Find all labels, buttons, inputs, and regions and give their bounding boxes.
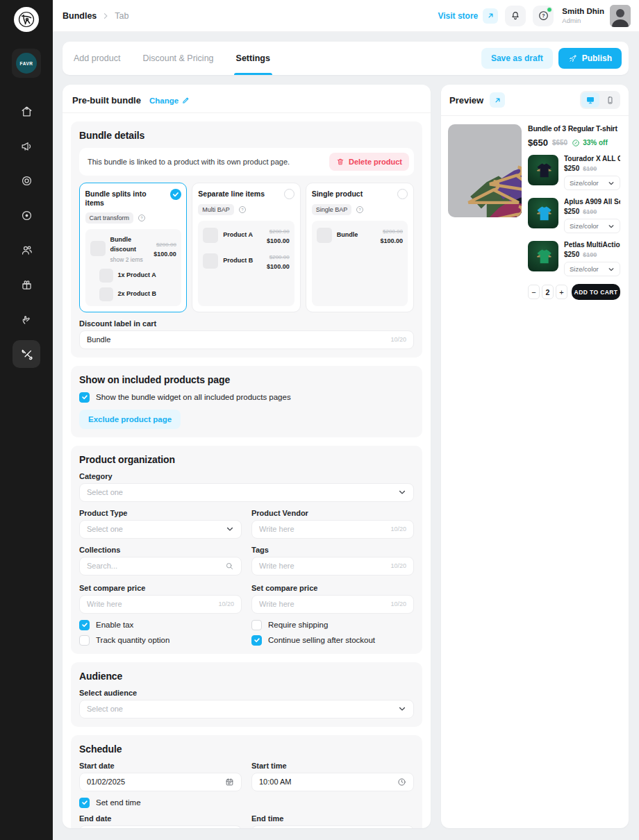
sidebar-item-support[interactable] (13, 305, 40, 333)
publish-label: Publish (582, 53, 612, 63)
row-old-price: $200.00 (383, 228, 403, 235)
product-thumb-placeholder (90, 241, 106, 256)
tags-input[interactable] (259, 562, 386, 570)
tab-settings[interactable]: Settings (225, 42, 281, 75)
radio-unselected-icon (397, 189, 408, 199)
notifications-button[interactable] (505, 6, 526, 26)
audience-value: Select one (87, 705, 394, 713)
quantity-minus-button[interactable]: − (528, 285, 540, 299)
discount-label: 33% off (583, 139, 608, 146)
option-single-product[interactable]: Single product Single BAP ? (306, 183, 414, 312)
list-item: Product A $200.00 $100.00 (203, 226, 289, 245)
sidebar-item-customers[interactable] (13, 236, 40, 264)
audience-select[interactable]: Select one (79, 700, 414, 719)
sidebar-item-orders[interactable] (13, 201, 40, 229)
mobile-toggle-button[interactable] (601, 92, 619, 108)
settings-card: Pre-built bundle Change Bundle details T… (63, 85, 431, 828)
question-circle-icon[interactable]: ? (138, 214, 146, 222)
set-end-time-checkbox-row[interactable]: Set end time (79, 798, 414, 808)
start-date-label: Start date (79, 762, 242, 770)
sidebar-item-bundles[interactable] (13, 271, 40, 299)
collections-search-input[interactable] (87, 562, 221, 570)
user-menu[interactable]: Smith Dhin Admin (561, 5, 631, 27)
delete-product-button[interactable]: Delete product (329, 153, 409, 171)
save-as-draft-button[interactable]: Save as draft (481, 48, 553, 69)
trash-icon (336, 158, 345, 166)
list-item: Bundle discount show 2 iems $200.00 $100… (90, 234, 176, 264)
desktop-toggle-button[interactable] (581, 92, 599, 108)
end-date-field[interactable]: 05/02/2025 (79, 825, 242, 828)
question-circle-icon[interactable]: ? (356, 205, 364, 214)
cart-actions: − 2 + ADD TO CART (528, 284, 620, 300)
megaphone-icon (20, 140, 33, 153)
chevron-down-icon (398, 488, 406, 496)
sidebar-item-tools[interactable] (13, 340, 40, 368)
discount-label-label: Discount label in cart (79, 319, 414, 328)
bundle-product-image (448, 124, 522, 217)
compare-price-right-input[interactable] (259, 600, 386, 608)
discount-label-input[interactable] (87, 335, 386, 344)
visit-store-link[interactable]: Visit store (438, 8, 498, 24)
quantity-plus-button[interactable]: + (556, 285, 567, 299)
change-bundle-type-link[interactable]: Change (149, 96, 190, 105)
sidebar-item-home[interactable] (13, 97, 40, 125)
logo-icon (18, 11, 35, 28)
require-shipping-checkbox-row[interactable]: Require shipping (251, 620, 414, 630)
select-audience-label: Select audience (79, 689, 414, 697)
checkbox-unchecked-icon[interactable] (79, 635, 90, 646)
add-to-cart-button[interactable]: ADD TO CART (572, 284, 620, 300)
show-widget-checkbox-row[interactable]: Show the bundle widget on all included p… (79, 392, 414, 403)
question-circle-icon[interactable]: ? (238, 205, 247, 214)
option-separate-lines[interactable]: Separate line items Multi BAP ? (192, 183, 300, 312)
start-date-field[interactable]: 01/02/2025 (79, 773, 242, 791)
product-price: $250 (564, 251, 579, 258)
end-time-field[interactable]: 10:00 AM (251, 825, 414, 828)
category-select[interactable]: Select one (79, 483, 414, 502)
store-brand-badge[interactable]: FAVR (12, 49, 41, 78)
checkbox-checked-icon[interactable] (79, 798, 90, 808)
compare-price-left-input[interactable] (87, 600, 214, 608)
breadcrumb-section[interactable]: Bundles (63, 11, 97, 21)
exclude-product-page-button[interactable]: Exclude product page (79, 410, 181, 429)
variant-select[interactable]: Size/color (564, 262, 620, 276)
checkbox-checked-icon[interactable] (79, 620, 90, 630)
help-button[interactable]: ? (533, 6, 554, 26)
row-old-price: $200.00 (269, 254, 290, 260)
chevron-down-icon (608, 180, 615, 187)
checkbox-checked-icon[interactable] (251, 635, 262, 646)
sidebar-item-targeting[interactable] (13, 167, 40, 194)
checkbox-unchecked-icon[interactable] (251, 620, 262, 630)
option-item-list: Bundle $200.00 $100.00 (312, 221, 408, 306)
schedule-title: Schedule (79, 744, 414, 755)
continue-selling-checkbox-row[interactable]: Continue selling after stockout (251, 635, 414, 646)
option-item-list: Product A $200.00 $100.00 Product B (198, 221, 294, 306)
enable-tax-checkbox-row[interactable]: Enable tax (79, 620, 242, 630)
tab-add-product[interactable]: Add product (63, 42, 131, 75)
tab-discount-pricing[interactable]: Discount & Pricing (131, 42, 224, 75)
variant-select[interactable]: Size/color (564, 176, 620, 190)
product-vendor-input[interactable] (259, 525, 386, 533)
cards-row: Pre-built bundle Change Bundle details T… (63, 85, 629, 828)
main-column: Bundles Tab Visit store ? (53, 0, 639, 840)
product-type-select[interactable]: Select one (79, 520, 242, 539)
checkbox-checked-icon[interactable] (79, 392, 90, 403)
checkbox-label: Require shipping (268, 621, 328, 629)
product-name: Petlas MultiAction... (564, 241, 620, 249)
end-date-label: End date (79, 814, 242, 823)
sidebar-item-marketing[interactable] (13, 132, 40, 160)
start-time-field[interactable]: 10:00 AM (251, 773, 414, 791)
search-icon (225, 562, 234, 571)
discount-badge: 33% off (572, 139, 608, 147)
preview-item: Petlas MultiAction... $250 $100 Size/col… (528, 241, 620, 276)
track-quantity-checkbox-row[interactable]: Track quantity option (79, 635, 242, 646)
chevron-down-icon (398, 705, 406, 713)
variant-select[interactable]: Size/color (564, 219, 620, 233)
checkbox-label: Continue selling after stockout (268, 636, 375, 644)
app-logo[interactable] (14, 7, 39, 32)
list-item: Product B $200.00 $100.00 (203, 251, 289, 271)
checkbox-label: Set end time (96, 798, 141, 807)
user-role: Admin (562, 17, 604, 24)
publish-button[interactable]: Publish (558, 48, 622, 69)
open-preview-icon[interactable] (490, 92, 505, 108)
option-bundle-splits[interactable]: Bundle splits into items Cart transform … (79, 183, 187, 312)
